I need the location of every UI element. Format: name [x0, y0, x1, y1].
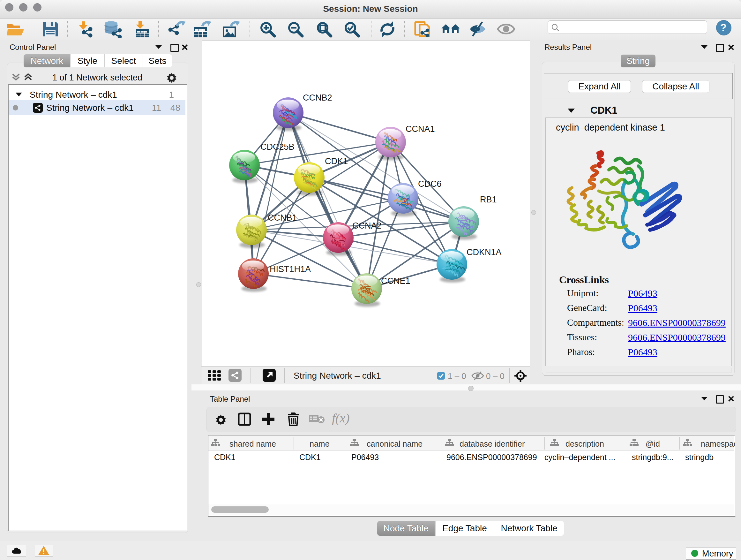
- svg-text:CCNA2: CCNA2: [352, 221, 382, 231]
- svg-text:CCNE1: CCNE1: [381, 276, 410, 286]
- svg-text:HIST1H1A: HIST1H1A: [270, 264, 311, 274]
- svg-text:CDK1: CDK1: [325, 157, 348, 166]
- svg-text:CCNA1: CCNA1: [406, 124, 435, 134]
- svg-text:CDC25B: CDC25B: [260, 142, 294, 152]
- svg-text:CCNB2: CCNB2: [303, 93, 332, 103]
- svg-text:CDC6: CDC6: [418, 179, 442, 189]
- svg-text:CDKN1A: CDKN1A: [467, 247, 502, 257]
- svg-text:RB1: RB1: [480, 195, 497, 204]
- svg-text:CCNB1: CCNB1: [268, 213, 297, 223]
